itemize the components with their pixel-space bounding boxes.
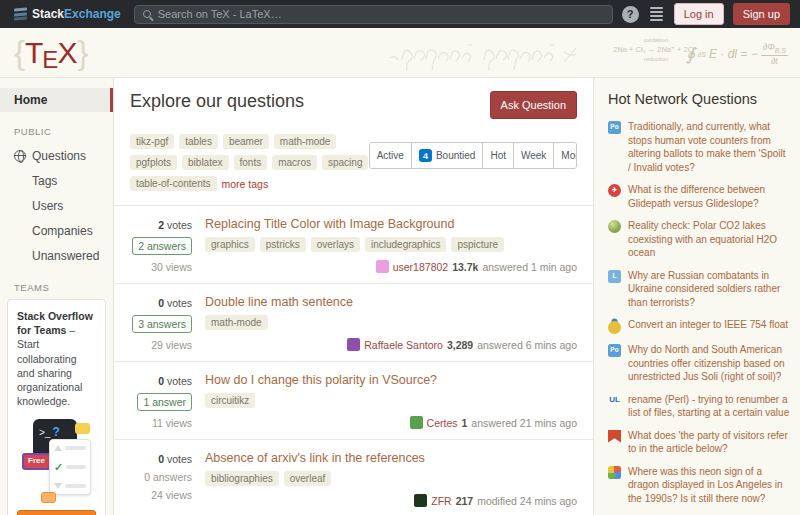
filter-button[interactable]: Hot — [482, 143, 513, 168]
sidebar-item-home[interactable]: Home — [0, 88, 113, 112]
avatar[interactable] — [414, 494, 427, 507]
reputation: 13.7k — [452, 261, 478, 273]
hot-question-link[interactable]: Traditionally, and currently, what stops… — [628, 120, 790, 174]
tag[interactable]: spacing — [322, 155, 368, 170]
hot-question-link[interactable]: Where was this neon sign of a dragon dis… — [628, 465, 790, 506]
action-time: answered 1 min ago — [482, 261, 577, 273]
site-icon: Po — [608, 344, 621, 357]
filter-button[interactable]: 4 Bountied — [411, 143, 483, 168]
login-button[interactable]: Log in — [674, 3, 724, 25]
question-list: 2 votes 2 answers 30 views Replacing Tit… — [114, 205, 593, 515]
question-row: 0 votes 0 answers 24 views Absence of ar… — [114, 439, 593, 515]
sidebar-item[interactable]: Companies — [0, 218, 113, 243]
search-input[interactable] — [158, 8, 604, 20]
sidebar-item[interactable]: Users — [0, 193, 113, 218]
sidebar-item[interactable]: Tags — [0, 168, 113, 193]
site-icon-glyph: UL — [609, 396, 620, 404]
site-icon — [608, 430, 621, 443]
tag[interactable]: pgfplots — [130, 155, 177, 170]
username-link[interactable]: ZFR — [431, 495, 451, 507]
avatar[interactable] — [347, 338, 360, 351]
tag[interactable]: biblatex — [182, 155, 228, 170]
tag[interactable]: overleaf — [284, 471, 332, 486]
tag[interactable]: macros — [272, 155, 317, 170]
sidebar-item[interactable]: Unanswered — [0, 243, 113, 268]
action-time: answered 6 mins ago — [477, 339, 577, 351]
question-title-link[interactable]: How do I change this polarity in VSource… — [205, 373, 577, 387]
tex-site-logo[interactable]: {TEX} — [14, 33, 88, 73]
tag[interactable]: pstricks — [260, 237, 306, 252]
question-title-link[interactable]: Absence of arxiv's link in the reference… — [205, 451, 577, 465]
tag[interactable]: math-mode — [205, 315, 268, 330]
avatar[interactable] — [410, 416, 423, 429]
signup-button[interactable]: Sign up — [733, 3, 790, 25]
tag[interactable]: circuitikz — [205, 393, 255, 408]
hot-question[interactable]: What does 'the party of visitors refer t… — [608, 429, 790, 456]
globe-icon — [14, 150, 26, 162]
tag[interactable]: table-of-contents — [130, 176, 217, 191]
hot-question-link[interactable]: Convert an integer to IEEE 754 float — [628, 318, 788, 334]
hot-question[interactable]: ✈ What is the difference between Glidepa… — [608, 183, 790, 210]
tag[interactable]: bibliographies — [205, 471, 279, 486]
tex-e: E — [42, 40, 58, 80]
username-link[interactable]: Certes — [427, 417, 458, 429]
hot-question-link[interactable]: Why do North and South American countrie… — [628, 343, 790, 384]
hot-question-link[interactable]: Reality check: Polar CO2 lakes coexistin… — [628, 219, 790, 260]
create-team-button[interactable]: Create a free Team — [17, 510, 96, 515]
hot-question[interactable]: Po Traditionally, and currently, what st… — [608, 120, 790, 174]
hot-question[interactable]: Reality check: Polar CO2 lakes coexistin… — [608, 219, 790, 260]
tag[interactable]: overlays — [311, 237, 360, 252]
free-badge: Free — [22, 453, 51, 470]
filter-button[interactable]: Week — [513, 143, 553, 168]
more-tags-link[interactable]: more tags — [222, 178, 269, 190]
brace-right: } — [77, 33, 88, 73]
tag[interactable]: fonts — [234, 155, 268, 170]
tag[interactable]: includegraphics — [365, 237, 447, 252]
stackexchange-logo[interactable]: StackExchange — [10, 7, 125, 21]
tag[interactable]: tables — [179, 134, 218, 149]
maxwell-formula: ∮∂S E · dl = − ∂ΦB,S∂t — [686, 42, 788, 66]
site-icon — [608, 466, 621, 479]
sidebar-item-questions[interactable]: Questions — [0, 143, 113, 168]
tag[interactable]: math-mode — [274, 134, 337, 149]
hot-question[interactable]: UL rename (Perl) - trying to renumber a … — [608, 393, 790, 420]
site-switcher-icon[interactable] — [648, 5, 665, 24]
hot-question[interactable]: Convert an integer to IEEE 754 float — [608, 318, 790, 334]
tag[interactable]: tikz-pgf — [130, 134, 174, 149]
sidebar-item-label: Users — [32, 199, 63, 213]
username-link[interactable]: Raffaele Santoro — [364, 339, 443, 351]
filter-button[interactable]: Active — [370, 143, 411, 168]
sidebar-section-public: PUBLIC — [0, 126, 113, 137]
reputation: 217 — [456, 495, 474, 507]
site-header: {TEX} oxidation 2Na + Cl₂ → — [0, 28, 800, 78]
question-title-link[interactable]: Double line math sentence — [205, 295, 577, 309]
hot-network-title: Hot Network Questions — [608, 91, 790, 107]
avatar[interactable] — [376, 260, 389, 273]
tag[interactable]: pspicture — [451, 237, 504, 252]
hot-question-link[interactable]: What does 'the party of visitors refer t… — [628, 429, 790, 456]
question-tags: math-mode — [205, 315, 577, 330]
username-link[interactable]: user187802 — [393, 261, 448, 273]
hot-question[interactable]: Where was this neon sign of a dragon dis… — [608, 465, 790, 506]
filter-label: Hot — [490, 150, 506, 161]
tag-cloud: tikz-pgf tables beamer math-mode pgfplot… — [130, 134, 369, 191]
hot-question-link[interactable]: Why are Russian combatants in Ukraine co… — [628, 269, 790, 310]
question-title-link[interactable]: Replacing Title Color with Image Backgro… — [205, 217, 577, 231]
help-icon[interactable]: ? — [622, 6, 639, 23]
ask-question-button[interactable]: Ask Question — [490, 91, 577, 119]
question-meta: ZFR 217 modified 24 mins ago — [205, 494, 577, 507]
hot-question[interactable]: L Why are Russian combatants in Ukraine … — [608, 269, 790, 310]
action-time: modified 24 mins ago — [477, 495, 577, 507]
vote-count: 0 votes — [158, 453, 192, 465]
view-count: 11 views — [152, 417, 192, 429]
hot-question-link[interactable]: What is the difference between Glidepath… — [628, 183, 790, 210]
reputation: 3,289 — [447, 339, 473, 351]
search-bar[interactable] — [134, 5, 613, 24]
filter-button[interactable]: Month — [553, 143, 577, 168]
answer-count: 0 answers — [144, 471, 192, 483]
hot-question[interactable]: Po Why do North and South American count… — [608, 343, 790, 384]
site-icon-glyph: ✈ — [612, 187, 617, 194]
tag[interactable]: beamer — [223, 134, 269, 149]
hot-question-link[interactable]: rename (Perl) - trying to renumber a lis… — [628, 393, 790, 420]
tag[interactable]: graphics — [205, 237, 255, 252]
